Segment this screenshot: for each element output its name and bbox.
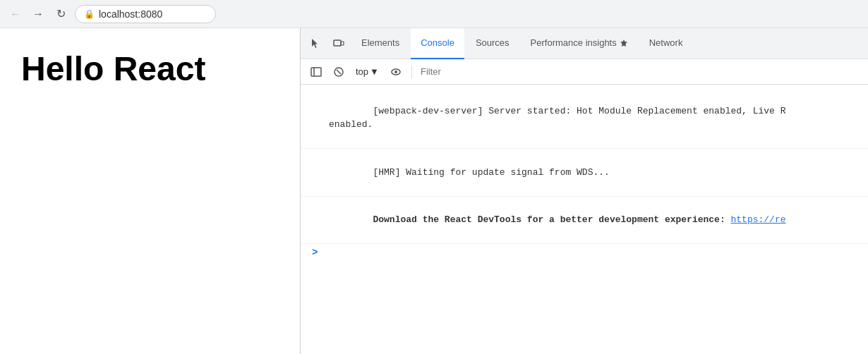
console-output: [webpack-dev-server] Server started: Hot… [301,85,868,354]
cursor-icon-btn[interactable] [303,34,326,54]
back-icon: ← [10,8,21,20]
chevron-down-icon: ▼ [370,66,379,77]
filter-input[interactable] [418,65,862,78]
sidebar-icon [311,66,322,78]
back-button[interactable]: ← [7,6,24,23]
svg-line-5 [337,70,341,74]
lock-icon: 🔒 [84,9,95,19]
clear-icon [333,66,344,78]
tab-network[interactable]: Network [639,28,693,59]
page-title: Hello React [21,49,205,88]
eye-icon-btn[interactable] [386,63,406,80]
prompt-arrow: > [312,247,318,258]
console-text: Download the React DevTools for a better… [373,214,785,225]
console-line: [HMR] Waiting for update signal from WDS… [301,149,868,197]
tab-performance[interactable]: Performance insights [521,28,638,59]
main-area: Hello React Elements Console [0,28,868,354]
toolbar-divider [411,65,412,79]
sidebar-toggle-btn[interactable] [306,63,326,80]
eye-icon [390,66,402,78]
forward-icon: → [32,8,44,20]
console-prompt[interactable]: > [301,244,868,261]
tab-console[interactable]: Console [411,28,464,59]
svg-point-7 [394,71,397,73]
cursor-icon [309,38,320,49]
console-line: Download the React DevTools for a better… [301,197,868,245]
devtools-link[interactable]: https://re [731,214,786,225]
responsive-icon-btn[interactable] [327,34,350,54]
devtools-panel: Elements Console Sources Performance ins… [300,28,868,354]
svg-rect-2 [311,68,321,76]
console-line: [webpack-dev-server] Server started: Hot… [301,87,868,149]
devtools-tabs: Elements Console Sources Performance ins… [301,28,868,59]
responsive-icon [333,38,344,49]
reload-button[interactable]: ↻ [52,6,69,23]
svg-rect-0 [334,40,341,46]
clear-console-btn[interactable] [329,63,349,80]
console-text: [webpack-dev-server] Server started: Hot… [329,106,786,130]
pin-icon [620,39,628,47]
tab-sources[interactable]: Sources [466,28,519,59]
address-bar[interactable]: 🔒 localhost:8080 [75,5,216,23]
context-selector[interactable]: top ▼ [351,65,383,78]
url-display: localhost:8080 [99,8,162,20]
context-label: top [356,66,368,77]
console-text: [HMR] Waiting for update signal from WDS… [373,167,609,178]
browser-chrome: ← → ↻ 🔒 localhost:8080 [0,0,868,28]
tab-elements[interactable]: Elements [351,28,409,59]
forward-button[interactable]: → [30,6,47,23]
console-toolbar: top ▼ [301,59,868,85]
reload-icon: ↻ [56,7,66,20]
page-content: Hello React [0,28,300,354]
